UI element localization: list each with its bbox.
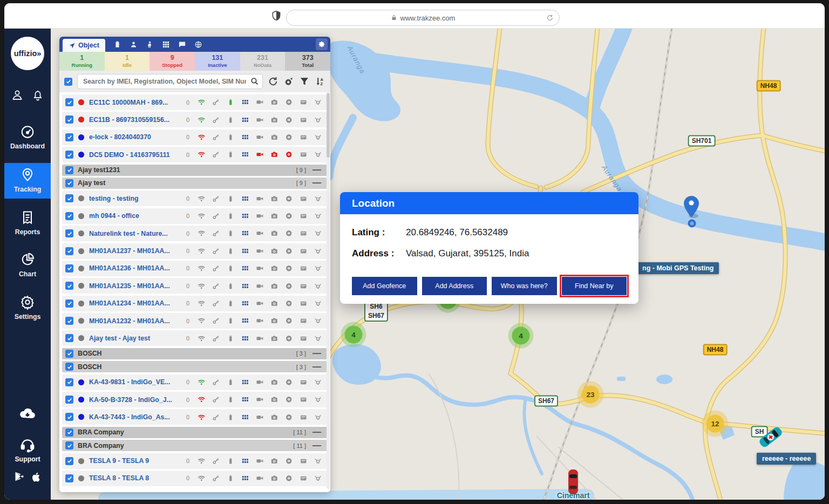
vehicle-cluster[interactable]: 12	[706, 415, 724, 433]
key-icon[interactable]	[209, 457, 223, 465]
apple-icon[interactable]	[31, 471, 42, 486]
key-icon[interactable]	[209, 282, 223, 290]
vehicle-name[interactable]: MH01AA1232 - MH01AA...	[89, 317, 181, 325]
key-icon[interactable]	[209, 195, 223, 203]
bull-icon[interactable]	[311, 396, 325, 404]
bull-icon[interactable]	[311, 195, 325, 203]
status-stat-nodata[interactable]: 231NoData	[240, 52, 286, 71]
camera-icon[interactable]	[267, 413, 282, 421]
row-checkbox[interactable]	[65, 457, 73, 465]
sidebar-item-reports[interactable]: Reports	[4, 210, 51, 236]
camera-icon[interactable]	[267, 317, 282, 325]
disc-icon[interactable]	[282, 457, 296, 465]
disc-icon[interactable]	[282, 133, 296, 141]
video-icon[interactable]	[253, 335, 267, 343]
reload-icon[interactable]	[546, 14, 554, 22]
card-icon[interactable]	[296, 212, 311, 220]
row-checkbox[interactable]	[65, 133, 73, 141]
status-stat-stopped[interactable]: 9Stopped	[150, 52, 195, 71]
card-icon[interactable]	[296, 247, 311, 255]
vehicle-row[interactable]: MH01AA1236 - MH01AA...0	[62, 261, 328, 276]
camera-icon[interactable]	[267, 396, 282, 404]
row-checkbox[interactable]	[65, 212, 73, 220]
who-was-here--button[interactable]: Who was here?	[492, 277, 557, 295]
tab-grid9-icon[interactable]	[162, 40, 170, 49]
key-icon[interactable]	[209, 299, 223, 308]
vehicle-name[interactable]: KA-43-7443 - IndiGo_As...	[89, 413, 181, 421]
map-pin-icon[interactable]	[682, 195, 701, 221]
bull-icon[interactable]	[311, 299, 325, 308]
add-geofence-button[interactable]: Add Geofence	[352, 277, 417, 295]
row-checkbox[interactable]	[65, 378, 73, 386]
grid-icon[interactable]	[238, 264, 253, 273]
grid-icon[interactable]	[238, 474, 253, 482]
status-stat-running[interactable]: 1Running	[59, 52, 105, 71]
grid-icon[interactable]	[238, 247, 253, 255]
row-checkbox[interactable]	[65, 229, 73, 237]
video-icon[interactable]	[253, 133, 267, 141]
video-icon[interactable]	[253, 195, 267, 203]
vehicle-cluster[interactable]: 23	[582, 386, 600, 404]
camera-icon[interactable]	[267, 247, 282, 255]
vehicle-row[interactable]: EC11B - 8697310559156...0	[62, 112, 328, 127]
vehicle-row[interactable]: KA-43-9831 - IndiGo_VE...0	[62, 374, 328, 390]
vehicle-row[interactable]: mh 0944 - office0	[62, 208, 328, 224]
vehicle-name[interactable]: EC11C 10000MAH - 869...	[89, 99, 181, 106]
card-icon[interactable]	[296, 413, 311, 421]
card-icon[interactable]	[296, 396, 311, 404]
maximize-window-button[interactable]	[58, 10, 66, 19]
tab-chat-icon[interactable]	[178, 40, 186, 49]
camera-icon[interactable]	[267, 116, 282, 124]
card-icon[interactable]	[296, 264, 311, 273]
video-icon[interactable]	[253, 116, 267, 124]
card-icon[interactable]	[296, 457, 311, 465]
grid-icon[interactable]	[238, 151, 253, 159]
camera-icon[interactable]	[267, 151, 282, 159]
row-checkbox[interactable]	[65, 350, 73, 358]
key-icon[interactable]	[209, 413, 223, 421]
collapse-minus-icon[interactable]: —	[312, 165, 321, 175]
collapse-minus-icon[interactable]: —	[312, 441, 321, 451]
bull-icon[interactable]	[311, 133, 325, 141]
video-icon[interactable]	[253, 396, 267, 404]
google-play-icon[interactable]	[13, 471, 25, 486]
row-checkbox[interactable]	[65, 282, 73, 290]
key-icon[interactable]	[209, 212, 223, 220]
sort-icon[interactable]: AZ	[315, 76, 325, 87]
collapse-minus-icon[interactable]: —	[312, 427, 321, 437]
group-header-row[interactable]: BOSCH[ 3 ]—	[62, 361, 328, 372]
disc-icon[interactable]	[282, 413, 296, 421]
video-icon[interactable]	[253, 457, 267, 465]
video-icon[interactable]	[253, 247, 267, 255]
disc-icon[interactable]	[282, 282, 296, 290]
video-icon[interactable]	[253, 474, 267, 482]
grid-icon[interactable]	[238, 317, 253, 325]
key-icon[interactable]	[209, 133, 223, 141]
card-icon[interactable]	[296, 151, 311, 159]
sidebar-item-chart[interactable]: Chart	[4, 252, 51, 278]
sidebar-item-dashboard[interactable]: Dashboard	[4, 124, 51, 150]
camera-icon[interactable]	[267, 282, 282, 290]
vehicle-row[interactable]: MH01AA1232 - MH01AA...0	[62, 313, 328, 329]
vehicle-row[interactable]: KA-43-7443 - IndiGo_As...0	[62, 409, 328, 425]
row-checkbox[interactable]	[65, 428, 73, 437]
bull-icon[interactable]	[311, 335, 325, 343]
key-icon[interactable]	[209, 98, 223, 106]
camera-icon[interactable]	[267, 264, 282, 273]
key-icon[interactable]	[209, 335, 223, 343]
vehicle-name[interactable]: MH01AA1236 - MH01AA...	[89, 264, 181, 272]
vehicle-row[interactable]: Naturelink test - Nature...0	[62, 226, 328, 241]
vehicle-row[interactable]: KA-50-B-3728 - IndiGo_J...0	[62, 392, 328, 407]
key-icon[interactable]	[209, 474, 223, 482]
vehicle-name[interactable]: testing - testing	[89, 195, 181, 202]
key-icon[interactable]	[209, 116, 223, 124]
key-icon[interactable]	[209, 378, 223, 386]
disc-icon[interactable]	[282, 229, 296, 237]
vehicle-row[interactable]: DC5 DEMO - 141637951110	[62, 147, 328, 162]
row-checkbox[interactable]	[65, 441, 73, 449]
status-stat-total[interactable]: 373Total	[285, 52, 330, 71]
key-icon[interactable]	[209, 151, 223, 159]
tab-person-icon[interactable]	[146, 40, 154, 49]
group-header-row[interactable]: BRA Company[ 11 ]—	[62, 440, 328, 451]
camera-icon[interactable]	[267, 212, 282, 220]
